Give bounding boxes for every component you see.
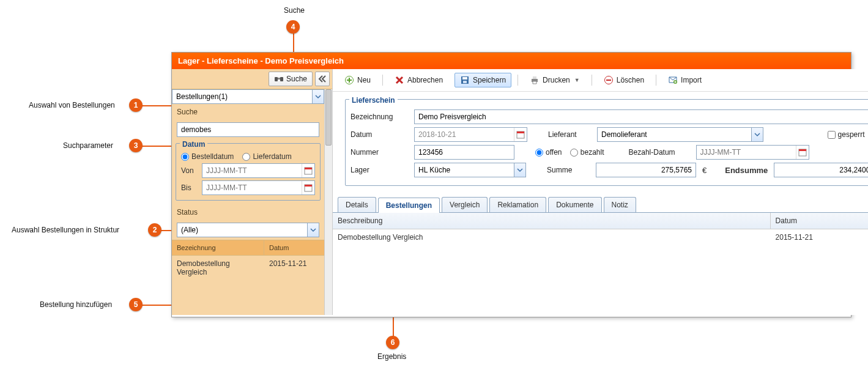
gesperrt-checkbox[interactable]: gesperrt xyxy=(828,130,868,139)
chevron-down-icon[interactable] xyxy=(751,128,763,141)
bezahl-datum-field[interactable] xyxy=(697,146,796,159)
radio-lieferdatum[interactable]: Lieferdatum xyxy=(242,152,291,161)
svg-rect-21 xyxy=(799,149,806,151)
import-button[interactable]: Import xyxy=(662,73,707,87)
svg-rect-10 xyxy=(463,81,467,83)
datum-field[interactable] xyxy=(415,128,514,141)
von-date[interactable] xyxy=(202,163,315,178)
tab-bestellungen[interactable]: Bestellungen xyxy=(378,198,440,213)
plus-circle-icon xyxy=(344,75,354,85)
svg-rect-12 xyxy=(533,76,536,79)
grid-col-beschreibung: Beschreibung xyxy=(333,213,771,229)
cancel-icon xyxy=(395,75,404,85)
grid-row[interactable]: Demobestellung Vergleich 2015-11-21 xyxy=(333,229,868,245)
abbrechen-button[interactable]: Abbrechen xyxy=(389,73,448,87)
von-date-input[interactable] xyxy=(202,164,302,177)
bestellungen-combo-input[interactable] xyxy=(172,90,312,103)
tab-reklamation[interactable]: Reklamation xyxy=(489,197,546,212)
grid-header: Beschreibung Datum xyxy=(333,213,868,229)
gesperrt-label: gesperrt xyxy=(838,130,865,139)
search-input[interactable] xyxy=(177,122,319,137)
radio-offen[interactable]: offen xyxy=(535,148,562,157)
tabs: Details Bestellungen Vergleich Reklamati… xyxy=(333,197,868,213)
callout-label-4: Suche xyxy=(284,6,305,15)
drucken-button[interactable]: Drucken ▼ xyxy=(524,73,585,87)
radio-bezahlt[interactable]: bezahlt xyxy=(570,148,604,157)
tab-vergleich[interactable]: Vergleich xyxy=(442,197,488,212)
tab-dokumente[interactable]: Dokumente xyxy=(548,197,601,212)
scrollbar-thumb[interactable] xyxy=(325,89,332,146)
status-combo-input[interactable] xyxy=(177,223,307,237)
calendar-icon[interactable] xyxy=(514,128,527,141)
callout-badge-5: 5 xyxy=(129,298,143,311)
chevron-down-icon[interactable] xyxy=(514,163,525,177)
loeschen-label: Löschen xyxy=(617,76,644,84)
app-window: Lager - Lieferscheine - Demo Preisvergle… xyxy=(171,52,851,317)
lager-label: Lager xyxy=(351,166,408,174)
svg-rect-0 xyxy=(275,77,278,81)
bezeichnung-input[interactable] xyxy=(414,109,868,124)
abbrechen-label: Abbrechen xyxy=(407,76,443,84)
calendar-icon[interactable] xyxy=(302,164,314,177)
sidebar-toolbar: Suche xyxy=(172,69,332,89)
neu-button[interactable]: Neu xyxy=(339,73,376,87)
svg-rect-15 xyxy=(606,80,611,81)
svg-rect-6 xyxy=(305,185,312,187)
neu-label: Neu xyxy=(357,76,371,84)
nummer-label: Nummer xyxy=(351,148,408,157)
loeschen-button[interactable]: Löschen xyxy=(598,73,650,87)
svg-rect-13 xyxy=(533,81,536,84)
callout-label-3: Suchparameter xyxy=(63,141,113,150)
collapse-button[interactable] xyxy=(315,72,330,86)
lieferant-input[interactable] xyxy=(598,128,751,141)
summe-label: Summe xyxy=(547,166,590,174)
print-icon xyxy=(530,75,540,85)
bis-date-input[interactable] xyxy=(202,181,302,194)
search-button[interactable]: Suche xyxy=(269,72,313,86)
endsumme-input[interactable] xyxy=(774,163,868,177)
grid-col-datum: Datum xyxy=(771,213,868,229)
toolbar-separator xyxy=(656,75,656,86)
chevron-down-icon[interactable]: ▼ xyxy=(574,77,580,83)
callout-label-6: Ergebnis xyxy=(377,352,406,361)
bezahl-datum-label: Bezahl-Datum xyxy=(629,148,690,157)
callout-leader xyxy=(142,105,172,106)
summe-input[interactable] xyxy=(596,163,696,177)
radio-bestelldatum[interactable]: Bestelldatum xyxy=(181,152,234,161)
nummer-input[interactable] xyxy=(414,145,514,160)
status-section-label: Status xyxy=(172,204,324,220)
calendar-icon[interactable] xyxy=(302,181,314,194)
calendar-icon[interactable] xyxy=(796,146,809,159)
svg-rect-2 xyxy=(278,78,280,80)
chevron-left-double-icon xyxy=(317,74,327,84)
lieferschein-legend: Lieferschein xyxy=(349,96,398,105)
chevron-down-icon[interactable] xyxy=(312,90,324,103)
speichern-button[interactable]: Speichern xyxy=(454,73,511,87)
col-datum: Datum xyxy=(264,240,324,255)
chevron-down-icon[interactable] xyxy=(307,223,319,237)
lager-input[interactable] xyxy=(415,163,514,177)
lieferant-combo[interactable] xyxy=(597,127,763,142)
lieferant-label: Lieferant xyxy=(548,130,591,139)
speichern-label: Speichern xyxy=(473,76,506,84)
tab-notiz[interactable]: Notiz xyxy=(604,197,636,212)
datum-input[interactable] xyxy=(414,127,527,142)
lieferschein-form: Lieferschein Bezeichnung Datum Lieferant xyxy=(333,92,868,193)
tab-details[interactable]: Details xyxy=(338,197,376,212)
toolbar-separator xyxy=(382,75,383,86)
sidebar-scrollbar[interactable] xyxy=(324,89,332,315)
datum-fieldset: Datum Bestelldatum Lieferdatum Von xyxy=(176,143,321,201)
binoculars-icon xyxy=(274,74,284,84)
toolbar-separator xyxy=(592,75,592,86)
bezahl-datum-input[interactable] xyxy=(696,145,809,160)
lager-combo[interactable] xyxy=(414,163,526,177)
bestellungen-combo[interactable] xyxy=(172,89,324,104)
datum-legend: Datum xyxy=(180,140,207,149)
col-bezeichnung: Bezeichnung xyxy=(172,240,264,255)
callout-badge-1: 1 xyxy=(129,98,143,112)
status-combo[interactable] xyxy=(177,223,319,237)
bezeichnung-label: Bezeichnung xyxy=(351,113,408,121)
sidebar-list-row[interactable]: Demobestellung Vergleich 2015-11-21 xyxy=(172,256,324,280)
main-panel: Neu Abbrechen Speichern Drucken xyxy=(333,69,868,315)
bis-date[interactable] xyxy=(202,180,315,195)
